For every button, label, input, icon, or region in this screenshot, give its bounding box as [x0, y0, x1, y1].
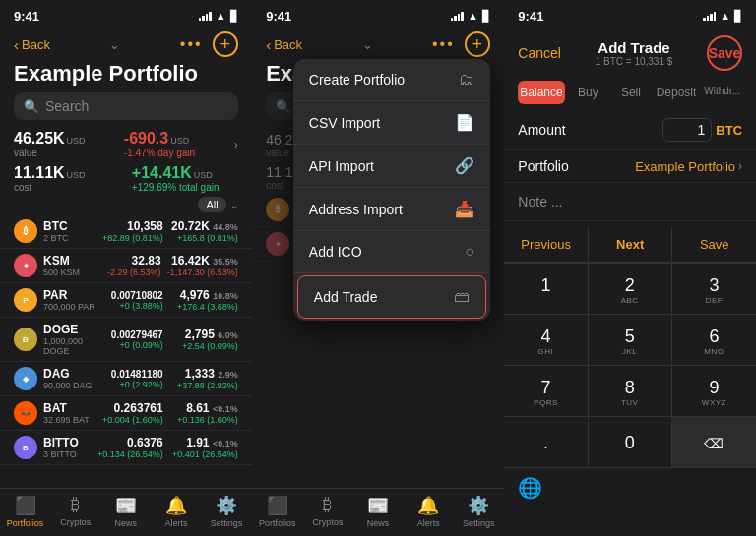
portfolio-total-gain-unit: USD [194, 170, 213, 180]
key-dot[interactable]: . [504, 417, 588, 468]
coin-icon-ksm: ✦ [14, 254, 37, 277]
add-trade-header: Cancel Add Trade 1 BTC = 10,331 $ Save [504, 28, 756, 75]
back-button-2[interactable]: ‹ Back [266, 36, 302, 53]
amount-label: Amount [518, 122, 565, 138]
dropdown-item-api-import[interactable]: API Import 🔗 [293, 145, 490, 188]
add-button-2[interactable]: + [465, 31, 490, 57]
keyboard-previous-button[interactable]: Previous [504, 227, 589, 262]
nav-label-news-2: News [367, 518, 390, 528]
battery-icon-2: ▊ [482, 10, 490, 23]
key-4[interactable]: 4 GHI [504, 315, 588, 366]
nav-item-alerts-1[interactable]: 🔔 Alerts [151, 495, 201, 528]
key-8[interactable]: 8 TUV [589, 366, 672, 417]
panel-portfolio-dropdown: 9:41 ▲ ▊ ‹ Back ⌄ ••• + Exampl... 🔍 Sear… [252, 0, 504, 536]
segment-sell[interactable]: Sell [611, 81, 650, 104]
news-icon-1: 📰 [115, 495, 137, 516]
coin-row-btc[interactable]: ₿ BTC 2 BTC 10,358 +82.89 (0.81%) 20.72K… [0, 214, 252, 249]
nav-item-alerts-2[interactable]: 🔔 Alerts [404, 495, 454, 528]
key-6[interactable]: 6 MNO [672, 315, 756, 366]
cancel-button[interactable]: Cancel [518, 45, 561, 61]
panel-add-trade: 9:41 ▲ ▊ Cancel Add Trade 1 BTC = 10,331… [504, 0, 756, 536]
expand-icon-1[interactable]: › [234, 138, 238, 151]
coin-row-par[interactable]: P PAR 700,000 PAR 0.00710802 +0 (3.88%) … [0, 283, 252, 318]
chevron-down-icon-2[interactable]: ⌄ [362, 37, 373, 52]
wifi-icon-2: ▲ [468, 10, 478, 22]
portfolio-row[interactable]: Portfolio Example Portfolio › [504, 150, 756, 183]
dropdown-item-create-portfolio[interactable]: Create Portfolio 🗂 [293, 59, 490, 101]
wifi-icon-1: ▲ [216, 10, 226, 22]
nav-item-news-1[interactable]: 📰 News [100, 495, 151, 528]
bottom-nav-1: ⬛ Portfolios ₿ Cryptos 📰 News 🔔 Alerts ⚙… [0, 488, 252, 536]
key-5[interactable]: 5 JKL [589, 315, 672, 366]
portfolio-total-gain-pct: +129.69% total gain [132, 182, 238, 193]
coin-icon-doge: Ð [14, 328, 37, 351]
save-button[interactable]: Save [707, 35, 742, 71]
amount-row: Amount BTC [504, 110, 756, 150]
nav-item-portfolios-1[interactable]: ⬛ Portfolios [0, 495, 50, 528]
search-placeholder-1: Search [45, 98, 89, 114]
nav-item-portfolios-2[interactable]: ⬛ Portfolios [252, 495, 302, 528]
nav-item-cryptos-1[interactable]: ₿ Cryptos [50, 495, 100, 528]
coin-row-doge[interactable]: Ð DOGE 1,000,000 DOGE 0.00279467 +0 (0.0… [0, 318, 252, 362]
coin-info-par: PAR 700,000 PAR [43, 288, 98, 312]
nav-item-news-2[interactable]: 📰 News [352, 495, 403, 528]
segment-deposit[interactable]: Deposit [655, 81, 699, 104]
coin-row-dag[interactable]: ◆ DAG 90,000 DAG 0.01481180 +0 (2.92%) 1… [0, 362, 252, 396]
chevron-down-icon-1[interactable]: ⌄ [109, 37, 120, 52]
portfolio-label: Portfolio [518, 158, 568, 174]
portfolio-gain-day-pct: -1.47% day gain [124, 148, 222, 158]
segment-withdraw[interactable]: Withdr... [702, 81, 742, 104]
filter-button-1[interactable]: All [198, 197, 225, 212]
globe-icon[interactable]: 🌐 [518, 476, 542, 500]
dropdown-item-add-trade[interactable]: Add Trade 🗃 [297, 275, 486, 319]
add-button-1[interactable]: + [213, 31, 238, 57]
key-3[interactable]: 3 DEF [672, 264, 756, 315]
coin-row-bat[interactable]: 🦇 BAT 32.695 BAT 0.263761 +0.004 (1.60%)… [0, 396, 252, 431]
nav-item-settings-2[interactable]: ⚙️ Settings [454, 495, 504, 528]
segment-buy[interactable]: Buy [569, 81, 607, 104]
more-options-button-2[interactable]: ••• [432, 35, 455, 53]
settings-icon-2: ⚙️ [468, 495, 489, 516]
note-row[interactable]: Note ... [504, 183, 756, 221]
coin-icon-dag: ◆ [14, 367, 37, 390]
keyboard-next-button[interactable]: Next [589, 227, 673, 262]
stats-row-1: 46.25K USD value -690.3 USD -1.47% day g… [0, 128, 252, 160]
portfolio-value-label: value [14, 148, 112, 158]
add-trade-title-block: Add Trade 1 BTC = 10,331 $ [596, 39, 673, 67]
keyboard-save-button[interactable]: Save [672, 227, 756, 262]
nav-item-settings-1[interactable]: ⚙️ Settings [202, 495, 252, 528]
dropdown-menu[interactable]: Create Portfolio 🗂 CSV Import 📄 API Impo… [293, 59, 490, 321]
key-delete[interactable]: ⌫ [672, 417, 756, 468]
coin-row-bitto[interactable]: B BITTO 3 BITTO 0.6376 +0.134 (26.54%) 1… [0, 431, 252, 465]
amount-input[interactable] [662, 118, 712, 142]
segment-balance[interactable]: Balance [518, 81, 564, 104]
portfolio-value: Example Portfolio [635, 159, 735, 174]
portfolio-selector[interactable]: Example Portfolio › [635, 159, 742, 174]
dropdown-item-add-ico[interactable]: Add ICO ○ [293, 231, 490, 273]
coin-icon-btc: ₿ [14, 219, 37, 243]
search-bar-1[interactable]: 🔍 Search [14, 92, 238, 120]
coin-holding-ksm: 16.42K 35.5% -1,147.30 (6.53%) [167, 254, 238, 277]
status-icons-2: ▲ ▊ [451, 10, 490, 23]
key-2[interactable]: 2 ABC [589, 264, 672, 315]
settings-icon-1: ⚙️ [216, 495, 237, 516]
more-options-button-1[interactable]: ••• [180, 35, 203, 53]
back-chevron-icon-1: ‹ [14, 36, 19, 53]
dropdown-item-address-import[interactable]: Address Import 📥 [293, 188, 490, 231]
nav-label-settings-2: Settings [463, 518, 495, 528]
back-button-1[interactable]: ‹ Back [14, 36, 50, 53]
portfolio-value-unit: USD [67, 136, 86, 146]
nav-item-cryptos-2[interactable]: ₿ Cryptos [302, 495, 352, 528]
key-7[interactable]: 7 PQRS [504, 366, 588, 417]
coin-info-dag: DAG 90,000 DAG [43, 367, 98, 390]
nav-label-cryptos-1: Cryptos [60, 517, 91, 527]
coin-row-ksm[interactable]: ✦ KSM 500 KSM 32.83 -2.29 (6.53%) 16.42K… [0, 249, 252, 283]
key-0[interactable]: 0 [589, 417, 672, 468]
coin-price-btc: 10,358 +82.89 (0.81%) [102, 219, 163, 243]
key-1[interactable]: 1 [504, 264, 588, 315]
panel-portfolio: 9:41 ▲ ▊ ‹ Back ⌄ ••• + Example Portfoli… [0, 0, 252, 536]
status-bar-1: 9:41 ▲ ▊ [0, 0, 252, 28]
dropdown-item-csv-import[interactable]: CSV Import 📄 [293, 101, 490, 145]
stat-cost-block-1: 11.11K USD cost [14, 164, 120, 193]
key-9[interactable]: 9 WXYZ [672, 366, 756, 417]
